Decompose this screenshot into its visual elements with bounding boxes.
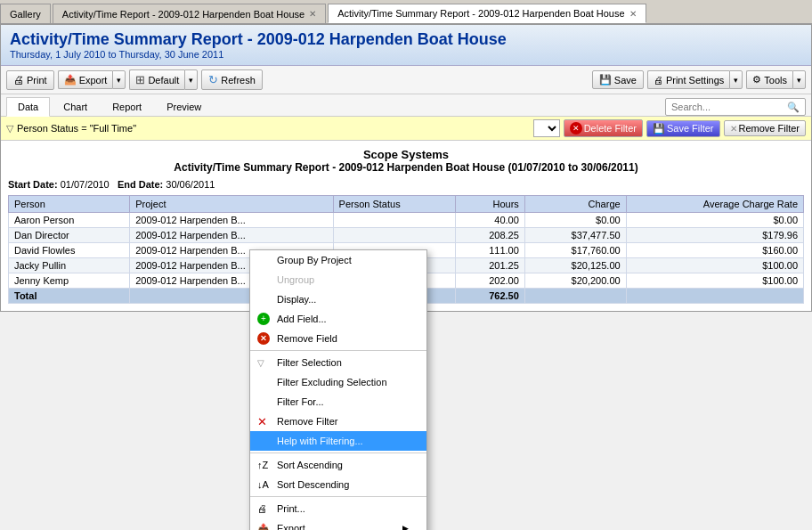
save-icon (599, 74, 612, 86)
print-settings-icon (654, 75, 663, 86)
delete-filter-label: Delete Filter (584, 123, 637, 134)
cell-avg-rate: $100.00 (626, 258, 803, 273)
ctx-display-label: Display... (277, 294, 316, 305)
report-dates: Start Date: 01/07/2010 End Date: 30/06/2… (8, 179, 804, 190)
col-header-hours: Hours (455, 196, 524, 213)
page-subtitle: Thursday, 1 July 2010 to Thursday, 30 Ju… (10, 49, 802, 60)
refresh-button[interactable]: Refresh (201, 69, 263, 90)
start-date: 01/07/2010 (61, 179, 110, 190)
cell-charge: $17,760.00 (524, 243, 626, 258)
tab-summary-report-label: Activity/Time Summary Report - 2009-012 … (337, 8, 624, 19)
cell-charge: $37,477.50 (524, 228, 626, 243)
tab-report[interactable]: Activity/Time Report - 2009-012 Harpende… (53, 4, 326, 23)
print-icon (13, 74, 24, 86)
cell-hours: 201.25 (455, 258, 524, 273)
tools-dropdown[interactable]: ▾ (792, 70, 806, 89)
tools-label: Tools (764, 75, 787, 86)
cell-person: Jacky Pullin (9, 258, 130, 273)
ctx-add-field[interactable]: + Add Field... (250, 309, 426, 312)
print-settings-main[interactable]: Print Settings (647, 70, 729, 89)
filter-dropdown[interactable] (533, 119, 560, 137)
tab-chart-label: Chart (63, 102, 87, 112)
print-button[interactable]: Print (6, 70, 54, 90)
report-header: Scope Systems Activity/Time Summary Repo… (8, 148, 804, 174)
total-charge (524, 289, 626, 304)
tab-data[interactable]: Data (6, 97, 50, 117)
report-company: Scope Systems (8, 148, 804, 161)
export-main-button[interactable]: Export (58, 70, 113, 89)
cell-hours: 208.25 (455, 228, 524, 243)
cell-charge: $20,200.00 (524, 273, 626, 289)
title-area: Activity/Time Summary Report - 2009-012 … (1, 25, 811, 66)
save-button[interactable]: Save (592, 70, 644, 89)
default-dropdown-button[interactable]: ▾ (184, 69, 198, 90)
filter-icon: ▽ (6, 123, 13, 135)
export-dropdown-button[interactable]: ▾ (112, 70, 126, 89)
tools-icon (752, 74, 761, 86)
filter-text: Person Status = "Full Time" (17, 123, 530, 134)
cell-status (333, 213, 455, 228)
search-input[interactable] (671, 102, 787, 112)
tab-report-view-label: Report (112, 102, 142, 112)
tools-split: Tools ▾ (746, 70, 806, 89)
cell-project: 2009-012 Harpenden B... (130, 228, 333, 243)
table-row[interactable]: Aaron Person 2009-012 Harpenden B... 40.… (9, 213, 804, 228)
page-title: Activity/Time Summary Report - 2009-012 … (10, 30, 802, 49)
col-header-project: Project (130, 196, 333, 213)
cell-avg-rate: $179.96 (626, 228, 803, 243)
col-header-status: Person Status (333, 196, 455, 213)
tab-report-close[interactable]: ✕ (309, 9, 316, 19)
tab-summary-close[interactable]: ✕ (629, 9, 637, 19)
top-tab-bar: Gallery Activity/Time Report - 2009-012 … (0, 0, 812, 24)
tab-chart[interactable]: Chart (52, 97, 99, 116)
save-label: Save (614, 75, 637, 86)
cell-charge: $20,125.00 (524, 258, 626, 273)
cell-avg-rate: $0.00 (626, 213, 803, 228)
table-row[interactable]: Dan Director 2009-012 Harpenden B... 208… (9, 228, 804, 243)
context-menu: Group By Project Ungroup Display... + Ad… (249, 249, 427, 312)
ctx-ungroup[interactable]: Ungroup (250, 270, 426, 289)
print-label: Print (27, 75, 47, 86)
delete-filter-button[interactable]: ✕ Delete Filter (564, 119, 643, 137)
cell-charge: $0.00 (524, 213, 626, 228)
print-settings-label: Print Settings (666, 75, 724, 86)
remove-filter-button[interactable]: ✕ Remove Filter (724, 120, 806, 136)
toolbar-right: Save Print Settings ▾ Tools ▾ (592, 70, 806, 89)
cell-avg-rate: $100.00 (626, 273, 803, 289)
cell-person: Dan Director (9, 228, 130, 243)
ctx-ungroup-label: Ungroup (277, 274, 314, 285)
grid-icon (135, 73, 145, 86)
ctx-display[interactable]: Display... (250, 289, 426, 309)
save-filter-icon: 💾 (653, 123, 665, 135)
tab-gallery[interactable]: Gallery (0, 4, 51, 23)
default-split-button: Default ▾ (129, 69, 198, 90)
refresh-label: Refresh (221, 75, 256, 86)
cell-hours: 111.00 (455, 243, 524, 258)
tools-main[interactable]: Tools (746, 70, 792, 89)
print-settings-dropdown[interactable]: ▾ (729, 70, 743, 89)
cell-person: Aaron Person (9, 213, 130, 228)
col-header-person: Person (9, 196, 130, 213)
cell-status (333, 228, 455, 243)
default-main-button[interactable]: Default (129, 69, 184, 90)
ctx-group-by-project[interactable]: Group By Project (250, 250, 426, 270)
save-filter-button[interactable]: 💾 Save Filter (646, 120, 720, 137)
remove-filter-label: Remove Filter (739, 123, 800, 134)
tab-report[interactable]: Report (101, 97, 153, 116)
default-label: Default (148, 75, 179, 86)
col-header-charge: Charge (524, 196, 626, 213)
total-hours: 762.50 (455, 289, 524, 304)
remove-filter-icon: ✕ (730, 124, 737, 134)
delete-filter-icon: ✕ (570, 122, 582, 135)
cell-project: 2009-012 Harpenden B... (130, 213, 333, 228)
search-box (665, 98, 806, 116)
tab-preview[interactable]: Preview (155, 97, 213, 116)
tab-report-label: Activity/Time Report - 2009-012 Harpende… (62, 9, 304, 20)
cell-hours: 202.00 (455, 273, 524, 289)
export-split-button: Export ▾ (58, 70, 126, 89)
cell-person: Jenny Kemp (9, 273, 130, 289)
search-icon (787, 101, 800, 113)
total-avg-rate (626, 289, 803, 304)
export-label: Export (79, 75, 108, 86)
tab-summary-report[interactable]: Activity/Time Summary Report - 2009-012 … (328, 4, 646, 23)
